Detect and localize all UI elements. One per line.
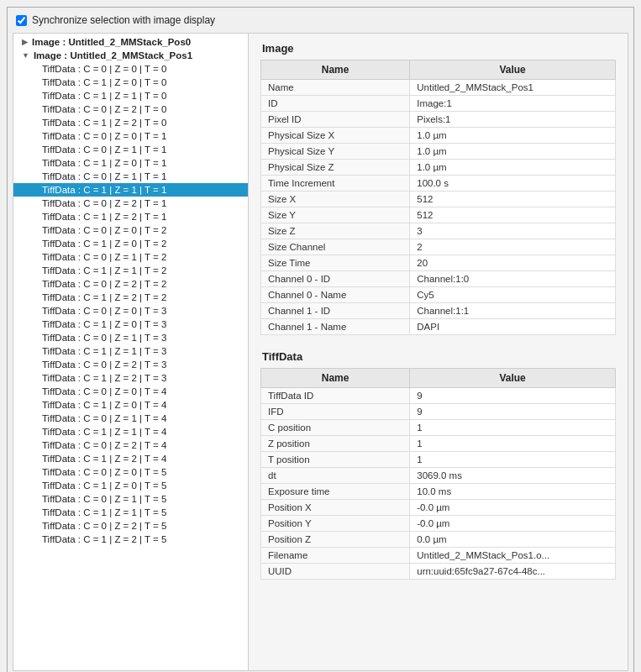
- tree-item-label: TiffData : C = 0 | Z = 2 | T = 4: [42, 440, 166, 450]
- tree-item[interactable]: TiffData : C = 0 | Z = 0 | T = 5: [13, 465, 248, 479]
- table-cell-value: 1: [410, 452, 616, 468]
- tree-item-label: TiffData : C = 1 | Z = 1 | T = 2: [42, 265, 166, 276]
- table-cell-value: -0.0 µm: [410, 500, 616, 516]
- table-row: T position1: [261, 452, 616, 468]
- tree-item[interactable]: TiffData : C = 1 | Z = 0 | T = 3: [13, 318, 248, 331]
- tree-item-label: TiffData : C = 1 | Z = 1 | T = 3: [42, 346, 166, 356]
- tree-item-label: TiffData : C = 1 | Z = 2 | T = 0: [42, 118, 166, 128]
- tree-item[interactable]: TiffData : C = 0 | Z = 2 | T = 3: [13, 358, 248, 371]
- table-cell-name: Physical Size X: [261, 128, 410, 144]
- left-panel[interactable]: ▶Image : Untitled_2_MMStack_Pos0▼Image :…: [13, 34, 249, 670]
- tree-item[interactable]: TiffData : C = 0 | Z = 1 | T = 2: [13, 250, 248, 264]
- tree-item[interactable]: TiffData : C = 1 | Z = 2 | T = 1: [13, 210, 248, 223]
- tree-item[interactable]: TiffData : C = 0 | Z = 0 | T = 1: [13, 129, 248, 143]
- table-cell-name: Z position: [261, 436, 410, 452]
- table-row: Position Y-0.0 µm: [261, 516, 616, 532]
- table-cell-name: IFD: [261, 404, 410, 420]
- tiffdata-table: Name Value TiffData ID9IFD9C position1Z …: [260, 368, 616, 580]
- table-cell-value: 10.0 ms: [410, 484, 616, 500]
- table-cell-value: -0.0 µm: [410, 516, 616, 532]
- tree-item[interactable]: TiffData : C = 1 | Z = 2 | T = 4: [13, 452, 248, 465]
- table-cell-name: Channel 0 - ID: [261, 271, 410, 287]
- tree-item[interactable]: TiffData : C = 1 | Z = 0 | T = 4: [13, 398, 248, 412]
- tree-item[interactable]: TiffData : C = 1 | Z = 0 | T = 1: [13, 156, 248, 170]
- table-cell-value: Channel:1:1: [410, 303, 616, 319]
- table-cell-value: urn:uuid:65fc9a27-67c4-48c...: [410, 564, 616, 580]
- table-cell-name: dt: [261, 468, 410, 484]
- sync-checkbox[interactable]: [16, 15, 27, 26]
- table-cell-value: 9: [410, 388, 616, 404]
- tree-item[interactable]: TiffData : C = 0 | Z = 1 | T = 5: [13, 492, 248, 506]
- tree-item[interactable]: TiffData : C = 0 | Z = 0 | T = 2: [13, 223, 248, 237]
- table-cell-value: 1.0 µm: [410, 160, 616, 176]
- tree-item[interactable]: TiffData : C = 1 | Z = 1 | T = 2: [13, 264, 248, 277]
- tree-item[interactable]: TiffData : C = 0 | Z = 2 | T = 2: [13, 277, 248, 291]
- tree-item[interactable]: TiffData : C = 0 | Z = 1 | T = 1: [13, 170, 248, 183]
- table-row: Size Channel2: [261, 239, 616, 255]
- tree-item[interactable]: TiffData : C = 1 | Z = 0 | T = 2: [13, 237, 248, 250]
- tree-item[interactable]: TiffData : C = 0 | Z = 0 | T = 4: [13, 385, 248, 398]
- tree-item-label: TiffData : C = 0 | Z = 2 | T = 5: [42, 521, 166, 531]
- tree-item[interactable]: TiffData : C = 0 | Z = 1 | T = 4: [13, 412, 248, 425]
- table-cell-value: 0.0 µm: [410, 532, 616, 548]
- table-row: Pixel IDPixels:1: [261, 112, 616, 128]
- tree-item[interactable]: TiffData : C = 1 | Z = 2 | T = 3: [13, 371, 248, 385]
- tree-item[interactable]: ▼Image : Untitled_2_MMStack_Pos1: [13, 49, 248, 62]
- tree-item[interactable]: TiffData : C = 0 | Z = 2 | T = 1: [13, 197, 248, 210]
- tree-arrow-icon: ▼: [22, 51, 29, 60]
- table-row: FilenameUntitled_2_MMStack_Pos1.o...: [261, 548, 616, 564]
- tree-item[interactable]: TiffData : C = 1 | Z = 1 | T = 0: [13, 89, 248, 102]
- tree-item-label: TiffData : C = 0 | Z = 2 | T = 2: [42, 279, 166, 289]
- table-cell-value: Untitled_2_MMStack_Pos1.o...: [410, 548, 616, 564]
- table-row: Channel 1 - NameDAPI: [261, 319, 616, 335]
- table-row: Size Time20: [261, 255, 616, 271]
- tree-item[interactable]: TiffData : C = 1 | Z = 1 | T = 3: [13, 344, 248, 358]
- tree-item[interactable]: TiffData : C = 0 | Z = 0 | T = 3: [13, 304, 248, 318]
- tree-item[interactable]: TiffData : C = 1 | Z = 0 | T = 5: [13, 479, 248, 492]
- table-cell-name: Channel 0 - Name: [261, 287, 410, 303]
- table-row: Exposure time10.0 ms: [261, 484, 616, 500]
- tree-item[interactable]: TiffData : C = 0 | Z = 0 | T = 0: [13, 62, 248, 76]
- tree-item[interactable]: TiffData : C = 0 | Z = 2 | T = 4: [13, 438, 248, 452]
- table-cell-name: Size Z: [261, 223, 410, 239]
- tree-item-label: TiffData : C = 0 | Z = 1 | T = 2: [42, 252, 166, 262]
- table-cell-name: Channel 1 - Name: [261, 319, 410, 335]
- table-cell-name: Time Increment: [261, 176, 410, 192]
- table-cell-value: 512: [410, 192, 616, 207]
- table-cell-value: Cy5: [410, 287, 616, 303]
- table-row: NameUntitled_2_MMStack_Pos1: [261, 80, 616, 96]
- tree-item-label: TiffData : C = 0 | Z = 1 | T = 3: [42, 333, 166, 343]
- tree-item[interactable]: TiffData : C = 0 | Z = 2 | T = 5: [13, 519, 248, 533]
- tree-item[interactable]: TiffData : C = 1 | Z = 1 | T = 5: [13, 506, 248, 519]
- tree-item-label: TiffData : C = 1 | Z = 0 | T = 2: [42, 239, 166, 249]
- tree-item[interactable]: TiffData : C = 1 | Z = 2 | T = 2: [13, 291, 248, 304]
- tree-item-label: TiffData : C = 0 | Z = 1 | T = 4: [42, 413, 166, 423]
- tree-item[interactable]: TiffData : C = 1 | Z = 2 | T = 0: [13, 116, 248, 129]
- table-row: Physical Size X1.0 µm: [261, 128, 616, 144]
- table-cell-name: Channel 1 - ID: [261, 303, 410, 319]
- table-cell-value: Image:1: [410, 96, 616, 112]
- table-cell-value: 2: [410, 239, 616, 255]
- tree-item[interactable]: TiffData : C = 0 | Z = 2 | T = 0: [13, 102, 248, 116]
- table-row: Z position1: [261, 436, 616, 452]
- tree-item-label: TiffData : C = 1 | Z = 0 | T = 5: [42, 480, 166, 491]
- table-cell-name: Position Y: [261, 516, 410, 532]
- table-row: Channel 1 - IDChannel:1:1: [261, 303, 616, 319]
- tree-item[interactable]: TiffData : C = 1 | Z = 0 | T = 0: [13, 76, 248, 89]
- tree-item[interactable]: TiffData : C = 1 | Z = 2 | T = 5: [13, 533, 248, 546]
- tree-item-label: TiffData : C = 1 | Z = 2 | T = 1: [42, 212, 166, 222]
- tree-item[interactable]: TiffData : C = 1 | Z = 1 | T = 4: [13, 425, 248, 438]
- tree-item[interactable]: TiffData : C = 0 | Z = 1 | T = 1: [13, 143, 248, 156]
- table-row: Channel 0 - IDChannel:1:0: [261, 271, 616, 287]
- table-cell-value: 9: [410, 404, 616, 420]
- table-cell-value: 100.0 s: [410, 176, 616, 192]
- table-row: Physical Size Z1.0 µm: [261, 160, 616, 176]
- tree-arrow-icon: ▶: [22, 38, 28, 46]
- sync-bar: Synchronize selection with image display: [13, 13, 628, 28]
- tree-item[interactable]: ▶Image : Untitled_2_MMStack_Pos0: [13, 35, 248, 49]
- tree-item[interactable]: TiffData : C = 1 | Z = 1 | T = 1: [13, 183, 248, 197]
- table-cell-name: Exposure time: [261, 484, 410, 500]
- tree-item[interactable]: TiffData : C = 0 | Z = 1 | T = 3: [13, 331, 248, 344]
- tree-item-label: TiffData : C = 1 | Z = 1 | T = 1: [42, 185, 166, 195]
- table-cell-value: 1: [410, 420, 616, 436]
